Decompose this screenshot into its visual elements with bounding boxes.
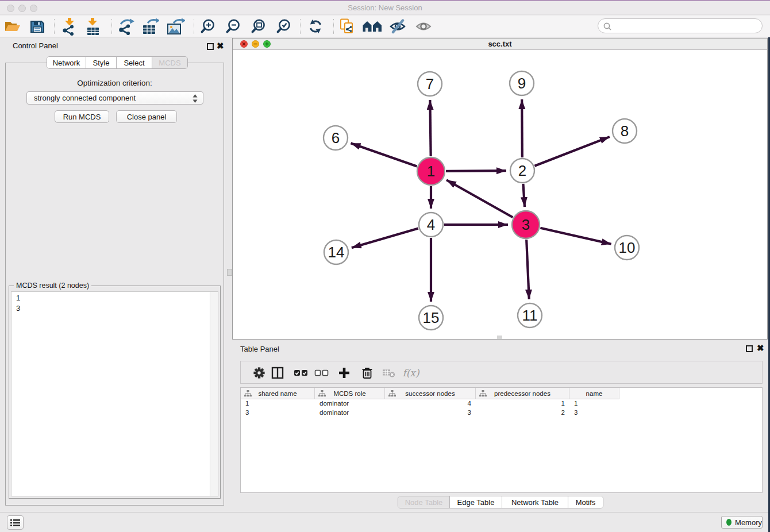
run-mcds-button[interactable]: Run MCDS bbox=[55, 110, 109, 123]
node-3[interactable]: 3 bbox=[512, 211, 540, 238]
optimization-criterion-label: Optimization criterion: bbox=[6, 79, 224, 87]
node-15[interactable]: 15 bbox=[419, 306, 443, 330]
save-session-icon[interactable] bbox=[27, 17, 48, 36]
edge-1-7[interactable] bbox=[430, 100, 430, 156]
criterion-dropdown[interactable]: strongly connected component bbox=[26, 91, 203, 105]
tab-select[interactable]: Select bbox=[117, 57, 152, 68]
refresh-view-icon[interactable] bbox=[305, 17, 326, 36]
copy-network-icon[interactable] bbox=[337, 17, 358, 36]
zoom-in-icon[interactable] bbox=[198, 17, 218, 36]
new-network-icon[interactable] bbox=[116, 17, 136, 36]
node-4[interactable]: 4 bbox=[419, 213, 443, 237]
select-all-columns-icon[interactable] bbox=[293, 365, 309, 380]
table-cell[interactable]: dominator bbox=[315, 399, 385, 408]
column-header-MCDS-role[interactable]: MCDS role bbox=[315, 388, 385, 399]
table-cell[interactable]: 1 bbox=[241, 399, 315, 408]
mcds-result-value: 1 bbox=[16, 293, 20, 303]
table-cell[interactable]: 3 bbox=[569, 408, 619, 418]
edge-3-1[interactable] bbox=[446, 180, 513, 217]
edge-1-2[interactable] bbox=[446, 171, 506, 171]
column-header-predecessor-nodes[interactable]: predecessor nodes bbox=[476, 388, 569, 399]
svg-text:8: 8 bbox=[621, 122, 629, 140]
edge-2-8[interactable] bbox=[534, 137, 609, 166]
node-8[interactable]: 8 bbox=[613, 119, 637, 143]
zoom-fit-icon[interactable] bbox=[248, 17, 269, 36]
zoom-selected-icon[interactable] bbox=[274, 17, 294, 36]
table-cell[interactable]: 4 bbox=[385, 399, 476, 408]
edge-3-11[interactable] bbox=[526, 240, 529, 299]
table-cell[interactable]: 3 bbox=[241, 408, 315, 418]
scrollbar[interactable] bbox=[210, 292, 218, 496]
export-image-icon[interactable] bbox=[165, 17, 186, 36]
memory-button[interactable]: Memory bbox=[721, 516, 763, 529]
edge-2-3[interactable] bbox=[523, 184, 525, 207]
new-table-icon[interactable] bbox=[140, 17, 161, 36]
splitter-grip[interactable] bbox=[227, 269, 232, 276]
network-canvas[interactable]: 1234678910111415 bbox=[233, 50, 767, 339]
node-14[interactable]: 14 bbox=[324, 240, 348, 264]
edge-2-9[interactable] bbox=[522, 99, 522, 157]
zoom-out-icon[interactable] bbox=[223, 17, 244, 36]
close-panel-button[interactable]: Close panel bbox=[116, 110, 177, 123]
mcds-result-list[interactable]: 13 bbox=[11, 291, 218, 496]
table-cell[interactable]: 3 bbox=[385, 408, 476, 418]
tab-network-table[interactable]: Network Table bbox=[502, 496, 568, 508]
import-network-icon[interactable] bbox=[59, 17, 80, 36]
main-toolbar bbox=[0, 16, 770, 37]
edge-4-14[interactable] bbox=[352, 228, 418, 248]
table-cell[interactable]: 1 bbox=[476, 399, 569, 408]
show-graphics-details-icon[interactable] bbox=[413, 17, 434, 36]
node-6[interactable]: 6 bbox=[324, 126, 348, 150]
tab-motifs[interactable]: Motifs bbox=[568, 496, 603, 508]
close-panel-icon[interactable]: ✖ bbox=[757, 344, 764, 352]
table-cell[interactable]: 2 bbox=[476, 408, 569, 418]
node-9[interactable]: 9 bbox=[510, 71, 534, 95]
node-7[interactable]: 7 bbox=[418, 72, 442, 96]
column-header-shared-name[interactable]: shared name bbox=[241, 388, 315, 399]
resize-grip[interactable] bbox=[497, 336, 502, 339]
column-header-name[interactable]: name bbox=[569, 388, 619, 399]
node-11[interactable]: 11 bbox=[518, 303, 542, 327]
float-panel-icon[interactable] bbox=[746, 345, 753, 352]
delete-table-icon[interactable] bbox=[381, 365, 397, 380]
delete-column-icon[interactable] bbox=[359, 365, 375, 380]
svg-text:1: 1 bbox=[427, 163, 435, 180]
float-panel-icon[interactable] bbox=[207, 43, 214, 50]
network-window-titlebar[interactable]: scc.txt bbox=[233, 38, 767, 50]
tab-style[interactable]: Style bbox=[86, 57, 117, 68]
node-1[interactable]: 1 bbox=[417, 157, 445, 185]
close-panel-icon[interactable]: ✖ bbox=[217, 41, 224, 50]
tab-edge-table[interactable]: Edge Table bbox=[450, 496, 502, 508]
mcds-panel: Optimization criterion: strongly connect… bbox=[5, 63, 224, 506]
table-settings-icon[interactable] bbox=[251, 365, 267, 380]
tab-network[interactable]: Network bbox=[47, 57, 86, 68]
deselect-all-columns-icon[interactable] bbox=[314, 365, 330, 380]
search-input[interactable] bbox=[598, 18, 763, 33]
toolbar-separator bbox=[300, 19, 301, 34]
window-titlebar: Session: New Session bbox=[0, 0, 770, 14]
create-column-icon[interactable] bbox=[336, 365, 352, 380]
memory-label: Memory bbox=[735, 518, 762, 527]
show-column-panel-icon[interactable] bbox=[270, 365, 286, 380]
status-bar: Memory bbox=[0, 512, 770, 532]
node-2[interactable]: 2 bbox=[510, 159, 534, 183]
edge-1-6[interactable] bbox=[351, 143, 417, 166]
svg-text:14: 14 bbox=[328, 244, 345, 261]
table-row[interactable]: 1dominator411 bbox=[241, 399, 762, 408]
table-row[interactable]: 3dominator323 bbox=[241, 408, 762, 418]
show-overview-icon[interactable] bbox=[362, 17, 383, 36]
table-cell[interactable]: dominator bbox=[315, 408, 385, 418]
column-header-successor-nodes[interactable]: successor nodes bbox=[385, 388, 476, 399]
open-session-icon[interactable] bbox=[2, 17, 23, 36]
svg-text:9: 9 bbox=[518, 75, 526, 92]
edge-3-10[interactable] bbox=[540, 228, 611, 244]
table-cell[interactable]: 1 bbox=[569, 399, 619, 408]
table-panel-title: Table Panel bbox=[240, 345, 279, 353]
tab-node-table[interactable]: Node Table bbox=[398, 496, 450, 508]
tab-mcds[interactable]: MCDS bbox=[152, 57, 187, 68]
function-builder-icon[interactable]: f(x) bbox=[403, 365, 419, 380]
import-table-icon[interactable] bbox=[83, 17, 103, 36]
node-10[interactable]: 10 bbox=[615, 236, 639, 260]
hide-graphics-details-icon[interactable] bbox=[387, 17, 408, 36]
task-history-button[interactable] bbox=[7, 515, 24, 530]
